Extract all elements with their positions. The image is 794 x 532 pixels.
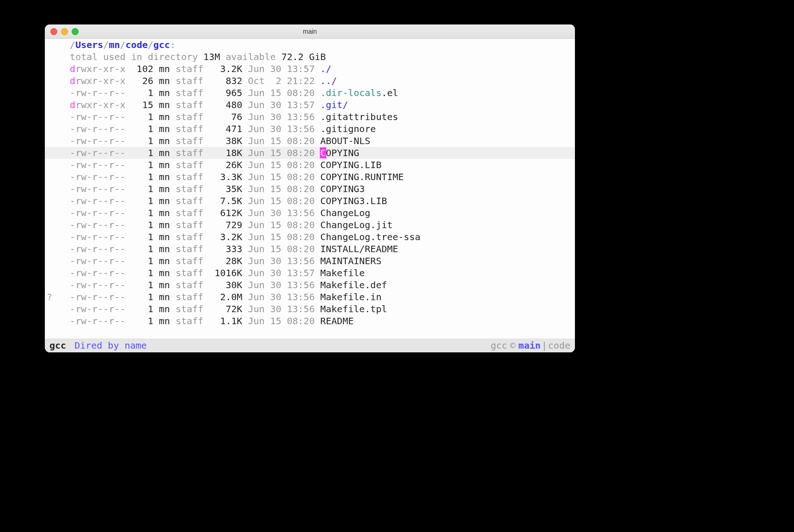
file-name[interactable]: ChangeLog.jit <box>320 219 393 230</box>
file-name[interactable]: .git <box>320 99 342 110</box>
date: Jun 15 08:20 <box>248 183 320 194</box>
size: 832 <box>209 75 242 86</box>
file-name[interactable]: ./ <box>320 63 331 74</box>
indent <box>59 135 70 146</box>
dired-buffer[interactable]: /Users/mn/code/gcc: total used in direct… <box>57 39 575 339</box>
sp <box>153 291 159 302</box>
perm: -rw-r--r-- <box>70 123 125 134</box>
dired-entry-line[interactable]: -rw-r--r-- 1 mn staff 1.1K Jun 15 08:20 … <box>57 315 575 327</box>
file-name[interactable]: README <box>320 315 354 326</box>
zoom-icon[interactable] <box>72 28 79 35</box>
dired-entry-line[interactable]: drwxr-xr-x 102 mn staff 3.2K Jun 30 13:5… <box>57 63 575 75</box>
size: 72K <box>209 303 242 314</box>
dired-entry-line[interactable]: -rw-r--r-- 1 mn staff 72K Jun 30 13:56 M… <box>57 303 575 315</box>
dired-entry-line[interactable]: -rw-r--r-- 1 mn staff 18K Jun 15 08:20 C… <box>45 147 575 159</box>
owner: mn <box>159 135 176 146</box>
file-name[interactable]: COPYING3 <box>320 183 365 194</box>
file-name[interactable]: .el <box>381 87 398 98</box>
sp <box>153 195 159 206</box>
dired-entry-line[interactable]: -rw-r--r-- 1 mn staff 2.0M Jun 30 13:56 … <box>57 291 575 303</box>
dired-entry-line[interactable]: drwxr-xr-x 15 mn staff 480 Jun 30 13:57 … <box>57 99 575 111</box>
file-name[interactable]: Makefile <box>320 267 365 278</box>
links: 1 <box>126 303 153 314</box>
file-name[interactable]: Makefile.in <box>320 291 381 302</box>
group: staff <box>176 207 209 218</box>
sp <box>153 135 159 146</box>
file-name[interactable]: COPYING3.LIB <box>320 195 387 206</box>
file-name[interactable]: Makefile.def <box>320 279 387 290</box>
links: 1 <box>126 255 153 266</box>
perm: -rw-r--r-- <box>70 219 125 230</box>
perm: -rw-r--r-- <box>70 291 125 302</box>
perm: -rw-r--r-- <box>70 135 125 146</box>
dired-entry-line[interactable]: -rw-r--r-- 1 mn staff 28K Jun 30 13:56 M… <box>57 255 575 267</box>
indent <box>59 219 70 230</box>
dired-entry-line[interactable]: -rw-r--r-- 1 mn staff 729 Jun 15 08:20 C… <box>57 219 575 231</box>
owner: mn <box>159 195 176 206</box>
dired-entry-line[interactable]: -rw-r--r-- 1 mn staff 76 Jun 30 13:56 .g… <box>57 111 575 123</box>
editor-area[interactable]: ? /Users/mn/code/gcc: total used in dire… <box>45 39 575 339</box>
dired-entry-line[interactable]: drwxr-xr-x 26 mn staff 832 Oct 2 21:22 .… <box>57 75 575 87</box>
file-name[interactable]: ChangeLog <box>320 207 370 218</box>
sp <box>242 219 248 230</box>
minimize-icon[interactable] <box>61 28 68 35</box>
titlebar[interactable]: main <box>45 24 575 39</box>
modeline[interactable]: gcc Dired by name gcc © main | code <box>45 339 575 352</box>
group: staff <box>176 231 209 242</box>
file-name[interactable]: INSTALL/README <box>320 243 398 254</box>
dired-entry-line[interactable]: -rw-r--r-- 1 mn staff 3.2K Jun 15 08:20 … <box>57 231 575 243</box>
dired-entry-line[interactable]: -rw-r--r-- 1 mn staff 965 Jun 15 08:20 .… <box>57 87 575 99</box>
sp <box>242 315 248 326</box>
file-name[interactable]: ABOUT-NLS <box>320 135 370 146</box>
links: 1 <box>126 267 153 278</box>
date: Jun 30 13:56 <box>248 303 320 314</box>
file-name[interactable]: .dir-locals <box>320 87 381 98</box>
file-name[interactable]: / <box>342 99 348 110</box>
path-segment: / <box>120 39 126 50</box>
dired-entry-line[interactable]: -rw-r--r-- 1 mn staff 333 Jun 15 08:20 I… <box>57 243 575 255</box>
dired-entry-line[interactable]: -rw-r--r-- 1 mn staff 38K Jun 15 08:20 A… <box>57 135 575 147</box>
dired-entry-line[interactable]: -rw-r--r-- 1 mn staff 26K Jun 15 08:20 C… <box>57 159 575 171</box>
perm: -rw-r--r-- <box>70 279 125 290</box>
dired-entry-line[interactable]: -rw-r--r-- 1 mn staff 35K Jun 15 08:20 C… <box>57 183 575 195</box>
summary-avail: 72.2 GiB <box>281 51 326 62</box>
indent <box>59 207 70 218</box>
dired-entry-line[interactable]: -rw-r--r-- 1 mn staff 612K Jun 30 13:56 … <box>57 207 575 219</box>
sp <box>153 111 159 122</box>
links: 1 <box>126 111 153 122</box>
dired-entry-line[interactable]: -rw-r--r-- 1 mn staff 1016K Jun 30 13:57… <box>57 267 575 279</box>
file-name[interactable]: ChangeLog.tree-ssa <box>320 231 421 242</box>
links: 1 <box>126 207 153 218</box>
dired-entry-line[interactable]: -rw-r--r-- 1 mn staff 3.3K Jun 15 08:20 … <box>57 171 575 183</box>
file-name[interactable]: MAINTAINERS <box>320 255 381 266</box>
file-name[interactable]: COPYING.RUNTIME <box>320 171 404 182</box>
sp <box>242 207 248 218</box>
file-name[interactable]: Makefile.tpl <box>320 303 387 314</box>
file-name[interactable]: COPYING.LIB <box>320 159 381 170</box>
owner: mn <box>159 87 176 98</box>
perm: rwxr-xr-x <box>75 99 125 110</box>
size: 333 <box>209 243 242 254</box>
indent <box>59 159 70 170</box>
links: 1 <box>126 315 153 326</box>
links: 1 <box>126 135 153 146</box>
modeline-buffer-name: gcc <box>49 339 66 352</box>
links: 1 <box>126 243 153 254</box>
indent <box>59 231 70 242</box>
indent <box>59 315 70 326</box>
path-segment: / <box>148 39 153 50</box>
owner: mn <box>159 303 176 314</box>
file-name[interactable]: .gitignore <box>320 123 376 134</box>
window-title: main <box>303 28 317 35</box>
file-name[interactable]: OPYING <box>326 147 359 158</box>
dired-entry-line[interactable]: -rw-r--r-- 1 mn staff 471 Jun 30 13:56 .… <box>57 123 575 135</box>
file-name[interactable]: .gitattributes <box>320 111 398 122</box>
file-name[interactable]: ../ <box>320 75 337 86</box>
date: Jun 15 08:20 <box>248 315 320 326</box>
close-icon[interactable] <box>50 28 57 35</box>
date: Jun 15 08:20 <box>248 171 320 182</box>
indent <box>59 291 70 302</box>
dired-entry-line[interactable]: -rw-r--r-- 1 mn staff 30K Jun 30 13:56 M… <box>57 279 575 291</box>
dired-entry-line[interactable]: -rw-r--r-- 1 mn staff 7.5K Jun 15 08:20 … <box>57 195 575 207</box>
perm: -rw-r--r-- <box>70 87 125 98</box>
